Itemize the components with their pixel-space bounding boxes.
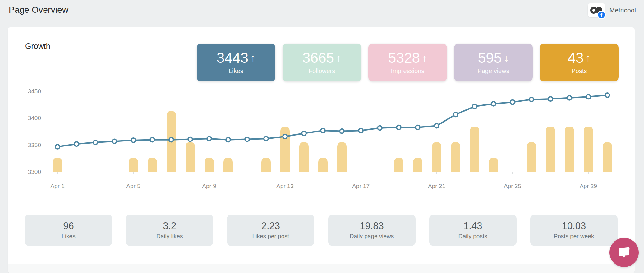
- summary-card-value: 3665↑: [302, 50, 341, 65]
- section-title: Growth: [25, 42, 50, 51]
- y-axis-label: 3450: [28, 88, 41, 95]
- chart-point-likes[interactable]: [264, 136, 268, 141]
- summary-card-label: Posts: [571, 67, 587, 75]
- chart-bar-posts[interactable]: [280, 127, 290, 172]
- x-axis-label: Apr 1: [50, 183, 64, 189]
- chart-canvas: Apr 1Apr 5Apr 9Apr 13Apr 17Apr 21Apr 25A…: [19, 87, 625, 196]
- facebook-icon: f: [597, 11, 606, 19]
- brand-block: f Metricool: [588, 3, 636, 17]
- chart-point-likes[interactable]: [548, 97, 553, 101]
- summary-card-value: 3443↑: [217, 50, 255, 65]
- chart-bar-posts[interactable]: [186, 142, 195, 172]
- chart-bar-posts[interactable]: [318, 158, 328, 172]
- chart-point-likes[interactable]: [283, 134, 287, 139]
- growth-panel: Growth 3443↑Likes3665↑Followers5328↑Impr…: [8, 27, 635, 273]
- chart-point-likes[interactable]: [567, 96, 572, 100]
- chart-point-likes[interactable]: [245, 137, 249, 141]
- chart-point-likes[interactable]: [93, 140, 98, 145]
- x-axis-label: Apr 5: [126, 183, 140, 189]
- chart-point-likes[interactable]: [586, 95, 591, 99]
- x-axis-label: Apr 21: [428, 183, 445, 189]
- chart-point-likes[interactable]: [510, 100, 515, 104]
- chart-bar-posts[interactable]: [53, 158, 62, 172]
- chart-point-likes[interactable]: [529, 97, 534, 102]
- chart-bar-posts[interactable]: [148, 158, 157, 172]
- chart-point-likes[interactable]: [359, 128, 363, 133]
- x-axis-label: Apr 9: [202, 183, 216, 189]
- stat-chip-label: Likes: [62, 233, 75, 240]
- summary-card-label: Impressions: [391, 67, 425, 75]
- chart-point-likes[interactable]: [207, 136, 211, 141]
- chart-bar-posts[interactable]: [565, 127, 574, 172]
- chart-bar-posts[interactable]: [205, 158, 214, 172]
- chart-point-likes[interactable]: [340, 129, 344, 133]
- chart-point-likes[interactable]: [435, 124, 439, 128]
- stat-chip-label: Daily page views: [350, 233, 394, 240]
- chart-bar-posts[interactable]: [129, 158, 138, 172]
- chart-point-likes[interactable]: [74, 142, 79, 146]
- stat-chip-value: 1.43: [463, 221, 482, 231]
- chart-bar-posts[interactable]: [584, 127, 593, 172]
- chart-point-likes[interactable]: [378, 126, 382, 130]
- summary-card-label: Likes: [229, 67, 243, 75]
- summary-card-posts[interactable]: 43↑Posts: [540, 44, 619, 81]
- chart-bar-posts[interactable]: [223, 158, 233, 172]
- summary-cards-row: 3443↑Likes3665↑Followers5328↑Impressions…: [197, 44, 619, 81]
- summary-card-page-views[interactable]: 595↓Page views: [454, 44, 533, 81]
- chart-bar-posts[interactable]: [299, 142, 309, 172]
- arrow-up-icon: ↑: [422, 53, 427, 64]
- chart-bar-posts[interactable]: [394, 158, 403, 172]
- chart-point-likes[interactable]: [472, 104, 477, 109]
- chart-point-likes[interactable]: [491, 102, 496, 106]
- chart-bar-posts[interactable]: [337, 142, 347, 172]
- panel-footer: [8, 264, 635, 273]
- chart-point-likes[interactable]: [321, 128, 325, 133]
- stat-chip-value: 3.2: [163, 221, 176, 231]
- page-title: Page Overview: [9, 5, 68, 15]
- chart-point-likes[interactable]: [226, 137, 230, 142]
- summary-card-value: 43↑: [568, 50, 591, 65]
- arrow-up-icon: ↑: [336, 53, 341, 64]
- chart-point-likes[interactable]: [169, 137, 173, 142]
- chart-bar-posts[interactable]: [470, 127, 479, 172]
- chart-line-likes: [58, 95, 607, 147]
- brand-name: Metricool: [610, 7, 636, 14]
- stat-chip-label: Likes per post: [252, 233, 289, 240]
- chart-point-likes[interactable]: [55, 145, 60, 149]
- stat-chip-daily-likes: 3.2Daily likes: [126, 215, 213, 246]
- stat-chip-label: Daily posts: [458, 233, 487, 240]
- x-axis-label: Apr 13: [276, 183, 294, 189]
- header: Page Overview f Metricool: [0, 0, 644, 27]
- chart-bar-posts[interactable]: [546, 127, 555, 172]
- y-axis-label: 3400: [28, 115, 41, 121]
- summary-card-followers[interactable]: 3665↑Followers: [283, 44, 361, 81]
- chat-widget-button[interactable]: [610, 238, 639, 267]
- arrow-up-icon: ↑: [250, 53, 255, 64]
- chart-point-likes[interactable]: [112, 139, 117, 144]
- bottom-stats-row: 96Likes3.2Daily likes2.23Likes per post1…: [25, 215, 618, 246]
- stat-chip-daily-posts: 1.43Daily posts: [429, 215, 517, 246]
- chart-point-likes[interactable]: [416, 125, 420, 130]
- stat-chip-value: 19.83: [360, 221, 384, 231]
- summary-card-impressions[interactable]: 5328↑Impressions: [368, 44, 447, 81]
- chart-bar-posts[interactable]: [451, 142, 460, 172]
- arrow-down-icon: ↓: [504, 53, 509, 64]
- chart-bar-posts[interactable]: [261, 158, 271, 172]
- chart-point-likes[interactable]: [131, 138, 136, 142]
- summary-card-label: Page views: [477, 67, 509, 75]
- chart-bar-posts[interactable]: [413, 158, 422, 172]
- summary-card-label: Followers: [309, 67, 335, 75]
- chart-point-likes[interactable]: [302, 131, 306, 136]
- chart-bar-posts[interactable]: [603, 142, 612, 172]
- chart-bar-posts[interactable]: [527, 142, 536, 172]
- summary-card-likes[interactable]: 3443↑Likes: [197, 44, 275, 81]
- arrow-up-icon: ↑: [586, 53, 591, 64]
- chart-point-likes[interactable]: [453, 112, 458, 117]
- stat-chip-value: 96: [63, 221, 74, 231]
- chart-point-likes[interactable]: [188, 137, 192, 141]
- chart-point-likes[interactable]: [605, 93, 610, 97]
- chart-point-likes[interactable]: [397, 125, 401, 130]
- chart-bar-posts[interactable]: [432, 142, 441, 172]
- chart-point-likes[interactable]: [150, 137, 154, 142]
- chart-bar-posts[interactable]: [489, 158, 498, 172]
